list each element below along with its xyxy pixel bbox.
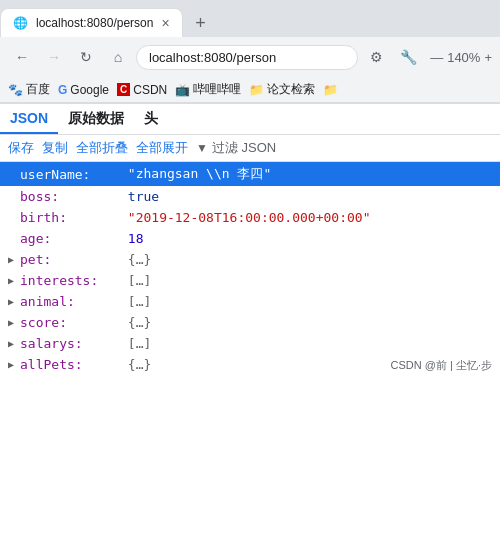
settings-button[interactable]: ⚙ (362, 43, 390, 71)
expand-arrow-animal: ▶ (8, 296, 20, 307)
expand-arrow-interests: ▶ (8, 275, 20, 286)
key-animal: animal: (20, 294, 120, 309)
plus-button[interactable]: + (484, 50, 492, 65)
json-row-interests[interactable]: ▶ interests: […] (0, 270, 500, 291)
save-action[interactable]: 保存 (8, 139, 34, 157)
key-allpets: allPets: (20, 357, 120, 372)
zoom-level: 140% (447, 50, 480, 65)
val-pet: {…} (120, 252, 151, 267)
json-actions-bar: 保存 复制 全部折叠 全部展开 ▼ 过滤 JSON (0, 135, 500, 162)
tab-bar: 🌐 localhost:8080/person × + (0, 0, 500, 37)
new-tab-button[interactable]: + (187, 9, 215, 37)
val-score: {…} (120, 315, 151, 330)
nav-bar: ← → ↻ ⌂ localhost:8080/person ⚙ 🔧 — 140%… (0, 37, 500, 77)
json-tab-bar: JSON 原始数据 头 (0, 104, 500, 135)
val-username: "zhangsan \\n 李四" (120, 165, 271, 183)
expand-all-action[interactable]: 全部展开 (136, 139, 188, 157)
forward-button[interactable]: → (40, 43, 68, 71)
bookmark-bilibili[interactable]: 📺 哔哩哔哩 (175, 81, 241, 98)
key-interests: interests: (20, 273, 120, 288)
key-score: score: (20, 315, 120, 330)
copy-action[interactable]: 复制 (42, 139, 68, 157)
val-interests: […] (120, 273, 151, 288)
val-animal: […] (120, 294, 151, 309)
key-pet: pet: (20, 252, 120, 267)
expand-arrow-score: ▶ (8, 317, 20, 328)
val-age: 18 (120, 231, 143, 246)
bookmark-paper-search-label: 论文检索 (267, 81, 315, 98)
browser-chrome: 🌐 localhost:8080/person × + ← → ↻ ⌂ loca… (0, 0, 500, 104)
extra-icon: 📁 (323, 83, 338, 97)
active-tab[interactable]: 🌐 localhost:8080/person × (0, 8, 183, 37)
val-boss: true (120, 189, 159, 204)
address-text: localhost:8080/person (149, 50, 276, 65)
filter-icon: ▼ (196, 141, 208, 155)
home-button[interactable]: ⌂ (104, 43, 132, 71)
key-birth: birth: (20, 210, 120, 225)
status-bar: CSDN @前 | 尘忆·步 (383, 356, 500, 375)
bookmark-bilibili-label: 哔哩哔哩 (193, 81, 241, 98)
minus-button[interactable]: — (430, 50, 443, 65)
json-row-birth[interactable]: birth: "2019-12-08T16:00:00.000+00:00" (0, 207, 500, 228)
json-row-pet[interactable]: ▶ pet: {…} (0, 249, 500, 270)
filter-label: 过滤 JSON (212, 139, 276, 157)
bookmarks-bar: 🐾 百度 G Google C CSDN 📺 哔哩哔哩 📁 论文检索 📁 (0, 77, 500, 103)
expand-arrow-salarys: ▶ (8, 338, 20, 349)
google-icon: G (58, 83, 67, 97)
address-bar[interactable]: localhost:8080/person (136, 45, 358, 70)
tab-title: localhost:8080/person (36, 16, 153, 30)
bookmark-baidu[interactable]: 🐾 百度 (8, 81, 50, 98)
json-row-score[interactable]: ▶ score: {…} (0, 312, 500, 333)
key-username: userName: (20, 167, 120, 182)
reload-button[interactable]: ↻ (72, 43, 100, 71)
bookmark-csdn-label: CSDN (133, 83, 167, 97)
zoom-area: — 140% + (430, 50, 492, 65)
tab-raw-data[interactable]: 原始数据 (58, 104, 134, 134)
key-salarys: salarys: (20, 336, 120, 351)
baidu-icon: 🐾 (8, 83, 23, 97)
tab-close-button[interactable]: × (161, 15, 169, 31)
json-row-age[interactable]: age: 18 (0, 228, 500, 249)
wrench-button[interactable]: 🔧 (394, 43, 422, 71)
csdn-icon: C (117, 83, 130, 96)
json-row-animal[interactable]: ▶ animal: […] (0, 291, 500, 312)
bookmark-csdn[interactable]: C CSDN (117, 83, 167, 97)
bookmark-google-label: Google (70, 83, 109, 97)
val-allpets: {…} (120, 357, 151, 372)
tab-json[interactable]: JSON (0, 104, 58, 134)
folder-icon: 📁 (249, 83, 264, 97)
bookmark-baidu-label: 百度 (26, 81, 50, 98)
val-birth: "2019-12-08T16:00:00.000+00:00" (120, 210, 370, 225)
bookmark-paper-search[interactable]: 📁 论文检索 (249, 81, 315, 98)
key-age: age: (20, 231, 120, 246)
json-content: userName: "zhangsan \\n 李四" boss: true b… (0, 162, 500, 375)
back-button[interactable]: ← (8, 43, 36, 71)
bookmark-extra[interactable]: 📁 (323, 83, 338, 97)
expand-arrow-pet: ▶ (8, 254, 20, 265)
json-row-boss[interactable]: boss: true (0, 186, 500, 207)
status-text: CSDN @前 | 尘忆·步 (391, 359, 492, 371)
bilibili-icon: 📺 (175, 83, 190, 97)
bookmark-google[interactable]: G Google (58, 83, 109, 97)
tab-headers[interactable]: 头 (134, 104, 168, 134)
val-salarys: […] (120, 336, 151, 351)
json-row-username[interactable]: userName: "zhangsan \\n 李四" (0, 162, 500, 186)
tab-favicon: 🌐 (13, 16, 28, 30)
json-row-salarys[interactable]: ▶ salarys: […] (0, 333, 500, 354)
collapse-all-action[interactable]: 全部折叠 (76, 139, 128, 157)
expand-arrow-allpets: ▶ (8, 359, 20, 370)
key-boss: boss: (20, 189, 120, 204)
filter-area: ▼ 过滤 JSON (196, 139, 276, 157)
